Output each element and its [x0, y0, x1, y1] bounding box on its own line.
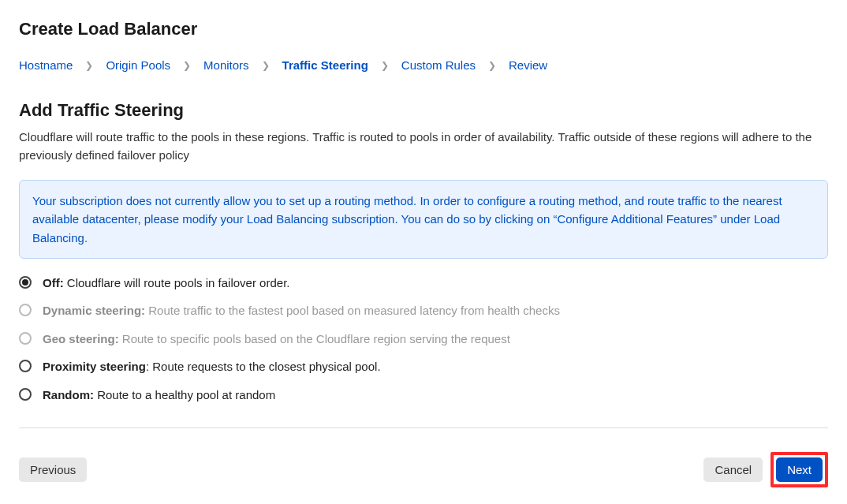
radio-icon: [19, 304, 32, 316]
radio-icon: [19, 332, 32, 345]
breadcrumb-custom-rules[interactable]: Custom Rules: [401, 58, 476, 72]
breadcrumb-origin-pools[interactable]: Origin Pools: [106, 58, 170, 72]
breadcrumb: Hostname ❯ Origin Pools ❯ Monitors ❯ Tra…: [19, 58, 828, 72]
wizard-footer: Previous Cancel Next: [19, 452, 828, 487]
option-geo-steering: Geo steering: Route to specific pools ba…: [19, 330, 828, 349]
cancel-button[interactable]: Cancel: [703, 457, 763, 482]
page-title: Create Load Balancer: [19, 19, 828, 39]
section-title: Add Traffic Steering: [19, 100, 828, 121]
breadcrumb-hostname[interactable]: Hostname: [19, 58, 73, 72]
breadcrumb-review[interactable]: Review: [509, 58, 547, 72]
option-dynamic-steering: Dynamic steering: Route traffic to the f…: [19, 302, 828, 320]
option-label: Geo steering: Route to specific pools ba…: [43, 330, 510, 349]
option-random[interactable]: Random: Route to a healthy pool at rando…: [19, 386, 828, 405]
option-off[interactable]: Off: Cloudflare will route pools in fail…: [19, 274, 828, 293]
section-description: Cloudflare will route traffic to the poo…: [19, 129, 828, 164]
radio-icon[interactable]: [19, 276, 32, 289]
radio-icon[interactable]: [19, 388, 32, 401]
radio-icon[interactable]: [19, 360, 32, 372]
chevron-right-icon: ❯: [262, 60, 270, 71]
chevron-right-icon: ❯: [85, 60, 93, 71]
option-label: Off: Cloudflare will route pools in fail…: [43, 274, 289, 293]
option-label: Dynamic steering: Route traffic to the f…: [43, 302, 560, 320]
chevron-right-icon: ❯: [381, 60, 389, 71]
option-label: Proximity steering: Route requests to th…: [43, 358, 381, 376]
steering-options: Off: Cloudflare will route pools in fail…: [19, 274, 828, 405]
option-proximity-steering[interactable]: Proximity steering: Route requests to th…: [19, 358, 828, 376]
divider: [19, 427, 828, 428]
breadcrumb-traffic-steering[interactable]: Traffic Steering: [282, 58, 368, 72]
chevron-right-icon: ❯: [183, 60, 191, 71]
next-button-highlight: Next: [771, 452, 828, 487]
previous-button[interactable]: Previous: [19, 457, 87, 482]
breadcrumb-monitors[interactable]: Monitors: [203, 58, 249, 72]
subscription-info-banner: Your subscription does not currently all…: [19, 180, 828, 259]
chevron-right-icon: ❯: [488, 60, 496, 71]
option-label: Random: Route to a healthy pool at rando…: [43, 386, 275, 405]
next-button[interactable]: Next: [776, 457, 823, 482]
